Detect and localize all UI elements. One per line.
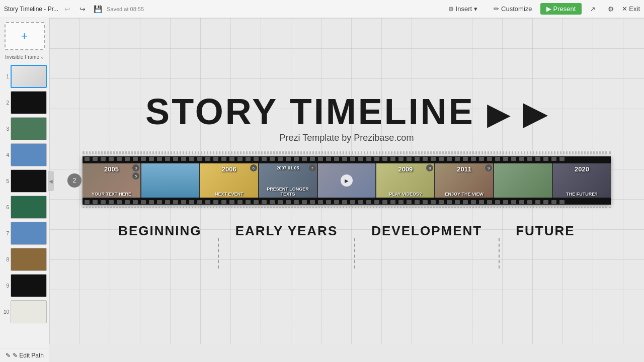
film-hole <box>205 157 210 161</box>
slide-thumb-5[interactable] <box>11 169 47 193</box>
film-hole <box>125 157 130 161</box>
slide-thumb-10[interactable] <box>11 300 47 323</box>
sidebar-collapse-handle[interactable]: ◀ <box>48 171 54 191</box>
film-frame-7[interactable] <box>494 163 553 198</box>
slide-thumb-1[interactable] <box>11 65 47 88</box>
frame-num-badge-2: 6 <box>250 164 257 171</box>
settings-button[interactable]: ⚙ <box>604 2 618 16</box>
film-frame-6[interactable]: 2011ENJOY THE VIEW9 <box>435 163 494 198</box>
film-hole <box>109 157 114 161</box>
film-hole <box>439 157 444 161</box>
nav-circle-prev[interactable]: 2 <box>67 173 82 188</box>
film-hole <box>262 200 267 204</box>
slide-item-10[interactable]: 10 <box>0 299 49 324</box>
film-hole <box>374 157 379 161</box>
slide-item-5[interactable]: 5 <box>0 168 49 194</box>
film-frame-5[interactable]: 2009PLAY VIDEOS?8 <box>376 163 435 198</box>
film-hole <box>157 157 162 161</box>
film-hole <box>503 200 508 204</box>
film-hole <box>149 157 154 161</box>
frame-extra-badge-0: 5 <box>132 172 139 179</box>
film-frame-0[interactable]: 2005YOUR TEXT HERE35 <box>83 163 141 198</box>
slide-thumb-4[interactable] <box>11 143 47 166</box>
film-hole <box>197 157 202 161</box>
category-label-3: FUTURE <box>516 223 575 268</box>
undo-button[interactable]: ↩ <box>61 3 73 15</box>
slide-item-7[interactable]: 7 <box>0 221 49 246</box>
slide-item-4[interactable]: 4 <box>0 142 49 167</box>
frame-year-5: 2009 <box>398 165 413 173</box>
redo-button[interactable]: ↪ <box>76 3 89 15</box>
add-slide-button[interactable]: + <box>5 22 45 50</box>
film-strip: 2 2005YOUR TEXT HERE352006NEXT EVENT6200… <box>83 156 611 205</box>
film-hole <box>310 200 315 204</box>
share-button[interactable]: ↗ <box>586 2 600 16</box>
insert-button[interactable]: ⊕ Insert ▾ <box>444 3 482 15</box>
film-hole <box>503 157 508 161</box>
category-divider-2 <box>499 238 500 268</box>
frame-label-3: PRESENT LONGER TEXTS <box>259 187 317 197</box>
slide-thumb-inner <box>11 275 46 297</box>
film-hole <box>189 157 194 161</box>
film-hole <box>398 200 404 204</box>
film-frame-8[interactable]: 2020THE FUTURE? <box>553 163 611 198</box>
film-hole <box>358 200 363 204</box>
film-hole <box>358 157 363 161</box>
frame-num-badge-3: 7 <box>309 164 316 171</box>
film-hole <box>342 200 347 204</box>
dotted-line-top <box>83 151 611 154</box>
slide-item-9[interactable]: 9 <box>0 273 49 298</box>
film-frame-2[interactable]: 2006NEXT EVENT6 <box>200 163 259 198</box>
frame-year-8: 2020 <box>575 165 589 173</box>
film-hole <box>229 157 234 161</box>
slide-thumb-inner <box>11 248 46 270</box>
film-hole <box>85 200 90 204</box>
slide-item-3[interactable]: 3 <box>0 116 49 141</box>
film-hole <box>125 200 130 204</box>
frame-year-6: 2011 <box>457 165 471 173</box>
bottom-bar[interactable]: ✎ ✎ Edit Path <box>0 348 49 362</box>
edit-path-icon: ✎ <box>6 352 11 359</box>
film-strip-container: 2 2005YOUR TEXT HERE352006NEXT EVENT6200… <box>70 156 623 205</box>
slide-thumb-6[interactable] <box>11 196 47 219</box>
arrow-icon: ▶ <box>487 99 511 130</box>
film-hole <box>511 200 516 204</box>
film-hole <box>382 200 387 204</box>
customize-label: Customize <box>501 5 532 13</box>
film-hole <box>407 157 412 161</box>
film-hole <box>519 200 524 204</box>
slide-thumb-2[interactable] <box>11 91 47 114</box>
film-hole <box>463 157 468 161</box>
edit-path-button[interactable]: ✎ ✎ Edit Path <box>6 352 44 359</box>
film-hole <box>213 157 218 161</box>
slide-thumb-8[interactable] <box>11 248 47 271</box>
film-hole <box>149 200 154 204</box>
frame-num-badge-6: 9 <box>485 164 492 171</box>
slide-item-8[interactable]: 8 <box>0 247 49 272</box>
customize-button[interactable]: ✏ Customize <box>490 3 536 15</box>
film-frame-3[interactable]: 2007 01 05PRESENT LONGER TEXTS7 <box>259 163 318 198</box>
category-label-2: DEVELOPMENT <box>371 223 482 268</box>
film-hole <box>439 200 444 204</box>
film-frame-4[interactable]: ▶ <box>318 163 377 198</box>
slide-num: 9 <box>2 283 9 289</box>
film-hole <box>133 200 138 204</box>
exit-label: Exit <box>629 5 640 13</box>
exit-button[interactable]: ✕ Exit <box>622 5 640 13</box>
insert-icon: ⊕ <box>448 5 454 13</box>
play-button-4[interactable]: ▶ <box>341 174 353 187</box>
film-frame-1[interactable] <box>141 163 200 198</box>
save-button[interactable]: 💾 <box>92 3 104 15</box>
film-hole <box>455 200 460 204</box>
slide-thumb-7[interactable] <box>11 222 47 245</box>
slide-thumb-9[interactable] <box>11 274 47 297</box>
slide-item-6[interactable]: 6 <box>0 195 49 220</box>
category-divider-1 <box>354 238 355 268</box>
present-button[interactable]: ▶ Present <box>540 3 582 15</box>
film-hole <box>559 200 565 204</box>
slide-thumb-3[interactable] <box>11 117 47 140</box>
film-hole <box>334 200 339 204</box>
film-hole <box>294 157 299 161</box>
slide-item-1[interactable]: 1 <box>0 64 49 89</box>
slide-item-2[interactable]: 2 <box>0 90 49 115</box>
